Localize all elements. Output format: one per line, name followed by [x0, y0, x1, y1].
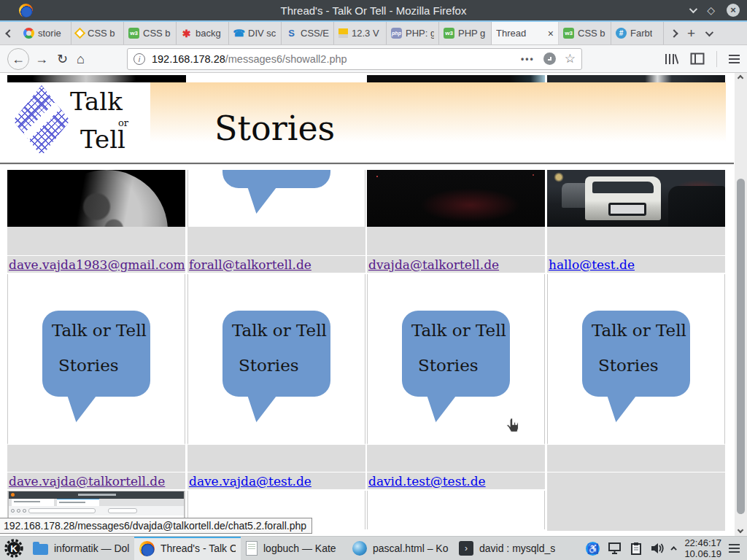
card-spacer: [7, 445, 185, 472]
page-title: Stories: [214, 109, 335, 148]
page-actions-icon[interactable]: •••: [521, 54, 535, 64]
story-image-bubble[interactable]: Talk or TellStories: [187, 274, 365, 445]
card-spacer: [7, 227, 185, 256]
email-link[interactable]: dave.vajda@talkortell.de: [9, 474, 165, 489]
maximize-icon[interactable]: ◇: [707, 5, 715, 15]
story-image-moon[interactable]: [7, 170, 185, 227]
mouse-cursor-hand: [503, 417, 521, 439]
fractal-diamond-logo-icon: [13, 85, 70, 156]
tab-css-3[interactable]: CSS b: [559, 22, 611, 44]
home-icon[interactable]: ⌂: [77, 52, 85, 66]
menu-icon[interactable]: [729, 55, 740, 63]
tab-12-3[interactable]: 12.3 V: [334, 22, 387, 44]
scrolled-image-fragment: [367, 75, 545, 82]
task-kate[interactable]: logbuch — Kate: [241, 537, 347, 560]
task-dolphin[interactable]: informatik — Dol...: [28, 537, 134, 560]
dark-car-shape: [668, 186, 725, 227]
tab-php-1[interactable]: PHP: g: [387, 22, 439, 44]
tab-stories-google[interactable]: storie: [19, 22, 71, 44]
digital-clock[interactable]: 22:46:17 10.06.19: [681, 537, 724, 560]
tab-overflow-icon[interactable]: [670, 29, 678, 37]
url-text[interactable]: 192.168.178.28/messages6/showall2.php: [152, 53, 347, 65]
email-link[interactable]: forall@talkortell.de: [189, 257, 311, 272]
w3schools-icon: [444, 28, 454, 39]
close-icon[interactable]: ×: [727, 4, 740, 17]
tab-php-2[interactable]: PHP g: [439, 22, 492, 44]
story-image-bubble-partial[interactable]: Talk or TellStories: [187, 170, 365, 227]
email-link[interactable]: dave.vajda@test.de: [189, 474, 311, 489]
tab-css-e[interactable]: CSS/E: [282, 22, 334, 44]
tab-farbtabelle[interactable]: Farbt: [611, 22, 664, 44]
vertical-scrollbar[interactable]: [735, 73, 747, 536]
story-column-2: Talk or TellStories forall@talkortell.de…: [187, 170, 365, 529]
tab-div[interactable]: DIV sc: [229, 22, 282, 44]
scroll-down-icon[interactable]: [738, 528, 743, 532]
story-column-1: dave.vajda1983@gmail.com Talk or TellSto…: [7, 170, 185, 529]
php-icon: [391, 28, 402, 39]
story-author-row: dave.vajda@talkortell.de: [7, 472, 185, 491]
taskbar: K informatik — Dol... Thread's - Talk O.…: [0, 536, 747, 560]
globe-icon: [352, 541, 367, 556]
story-column-3: dvajda@talkortell.de Talk or TellStories…: [367, 170, 545, 529]
header-banner: Stories: [150, 82, 726, 159]
scrolled-image-fragment: [7, 75, 186, 82]
tab-close-icon[interactable]: ×: [548, 28, 554, 39]
story-author-row: david.test@test.de: [367, 472, 545, 491]
google-icon: [23, 28, 34, 39]
pocket-icon[interactable]: [543, 52, 556, 65]
forward-icon[interactable]: →: [35, 52, 48, 66]
display-settings-icon[interactable]: [608, 542, 622, 555]
email-link[interactable]: david.test@test.de: [368, 474, 486, 489]
tab-threads-active[interactable]: Thread×: [492, 22, 559, 44]
firefox-icon: [139, 541, 155, 556]
bookmark-star-icon[interactable]: ☆: [565, 51, 576, 66]
back-button[interactable]: ←: [7, 48, 29, 70]
tab-scroll-left-icon[interactable]: [0, 22, 19, 44]
sidebar-icon[interactable]: [690, 52, 705, 65]
task-firefox-active[interactable]: Thread's - Talk O...: [134, 537, 241, 560]
email-link[interactable]: dvajda@talkortell.de: [368, 257, 499, 272]
folder-icon: [33, 544, 48, 555]
tray-expand-icon[interactable]: [671, 546, 677, 552]
logo-word-tell: Tell: [80, 125, 125, 154]
kde-application-launcher[interactable]: K: [0, 537, 28, 560]
card-spacer: [367, 445, 545, 472]
library-icon[interactable]: [664, 52, 678, 66]
new-tab-button[interactable]: +: [687, 26, 695, 40]
reload-icon[interactable]: ↻: [57, 52, 68, 66]
back-icon: ←: [12, 52, 25, 66]
story-image-van[interactable]: [547, 170, 725, 227]
scrollbar-thumb[interactable]: [737, 179, 745, 514]
email-link[interactable]: hallo@test.de: [549, 257, 635, 272]
site-logo: Talk or Tell: [7, 82, 150, 159]
story-image-dark-car[interactable]: [367, 170, 545, 227]
speech-bubble: Talk or TellStories: [222, 311, 330, 397]
tab-list-icon[interactable]: [705, 28, 713, 36]
tab-css-1[interactable]: CSS b: [71, 22, 124, 44]
task-konqueror[interactable]: pascal.html – Ko...: [347, 537, 454, 560]
scroll-up-icon[interactable]: [738, 76, 743, 80]
clock-date: 10.06.19: [684, 548, 721, 559]
url-bar[interactable]: i 192.168.178.28/messages6/showall2.php …: [127, 48, 582, 70]
card-spacer: [547, 445, 725, 472]
story-author-row: forall@talkortell.de: [187, 256, 365, 274]
site-info-icon[interactable]: i: [133, 53, 145, 65]
panel-menu-icon[interactable]: [724, 537, 747, 560]
kde-logo-icon: K: [4, 539, 23, 558]
story-image-bubble[interactable]: Talk or TellStories: [7, 274, 185, 445]
story-image-bubble[interactable]: Talk or TellStories: [547, 274, 725, 445]
phone-icon: [233, 28, 244, 39]
desktop: Thread's - Talk Or Tell - Mozilla Firefo…: [0, 0, 747, 560]
story-author-row: dave.vajda1983@gmail.com: [7, 256, 185, 274]
email-link[interactable]: dave.vajda1983@gmail.com: [9, 257, 185, 272]
clipboard-icon[interactable]: [630, 542, 642, 556]
card-spacer: [547, 227, 725, 256]
scrolled-image-fragment: [547, 75, 725, 82]
tab-css-2[interactable]: CSS b: [124, 22, 177, 44]
tab-background[interactable]: backg: [177, 22, 229, 44]
color-swatch-icon: [338, 28, 348, 38]
accessibility-icon[interactable]: ♿: [586, 542, 600, 556]
task-konsole[interactable]: › david : mysqld_s...: [454, 537, 560, 560]
minimize-icon[interactable]: [689, 5, 697, 13]
volume-icon[interactable]: [650, 542, 665, 555]
